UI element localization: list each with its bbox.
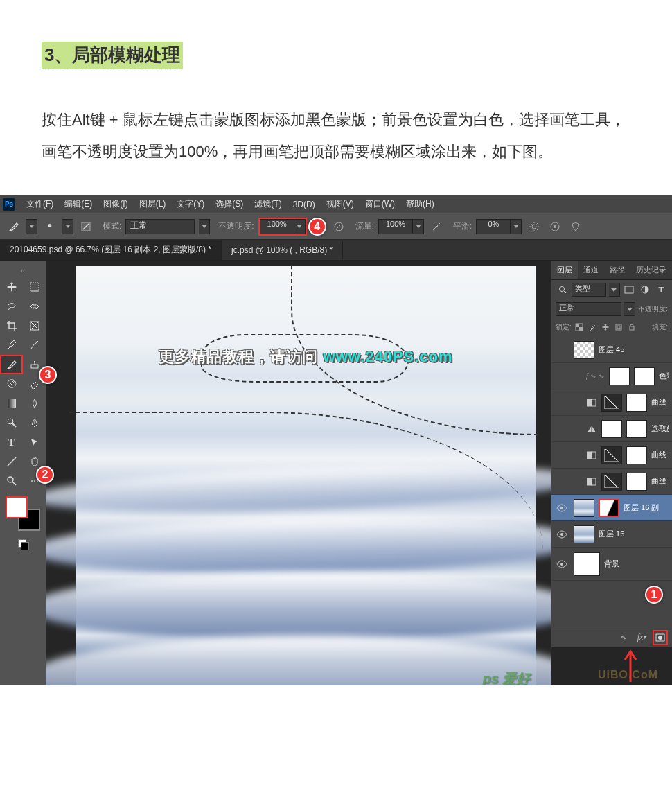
menu-window[interactable]: 窗口(W) [360,198,400,210]
layer-thumbnail[interactable] [601,394,622,412]
visibility-toggle-icon[interactable] [554,474,569,489]
healing-brush-tool-icon[interactable] [23,335,46,355]
frame-tool-icon[interactable] [23,316,46,335]
layer-mask-thumbnail[interactable] [599,499,619,517]
filter-adjustment-icon[interactable] [639,283,652,297]
add-mask-icon[interactable] [653,630,668,645]
pressure-opacity-icon[interactable] [330,218,347,235]
layer-row[interactable]: 图层 16 [551,521,672,548]
filter-type-select[interactable]: 类型 [572,283,606,297]
menu-filter[interactable]: 滤镜(T) [249,198,287,210]
dodge-tool-icon[interactable] [0,413,23,432]
canvas-area[interactable]: 更多精品教程，请访问 www.240PS.com ps 爱好 [46,261,551,685]
link-layers-icon[interactable] [617,631,630,644]
lasso-tool-icon[interactable] [0,297,23,316]
layer-row[interactable]: 选取颜色 [551,416,672,442]
lock-position-icon[interactable] [600,322,611,333]
default-colors-icon[interactable] [18,539,28,549]
lock-all-icon[interactable] [626,322,637,333]
airbrush-icon[interactable] [428,218,445,235]
menu-select[interactable]: 选择(S) [210,198,249,210]
layer-thumbnail[interactable] [574,552,600,576]
layer-row[interactable]: 背景 [551,548,672,581]
layer-mask-thumbnail[interactable] [626,473,647,491]
brush-tool-icon[interactable] [0,355,23,374]
visibility-toggle-icon[interactable] [554,557,569,572]
menu-image[interactable]: 图像(I) [98,198,133,210]
lock-transparent-icon[interactable] [574,322,585,333]
layer-thumbnail[interactable] [609,367,630,385]
opacity-input[interactable]: 100% [260,219,294,234]
layer-name-label[interactable]: 背景 [604,559,669,569]
eyedropper-tool-icon[interactable] [0,335,23,355]
search-icon[interactable] [556,283,569,297]
history-brush-tool-icon[interactable] [0,374,23,394]
layer-name-label[interactable]: 曲线 5 [651,450,669,460]
flow-input-group[interactable]: 100% [378,219,424,234]
layer-thumbnail[interactable] [601,473,622,491]
move-tool-icon[interactable] [0,277,23,297]
symmetry-icon[interactable] [567,218,584,235]
menu-edit[interactable]: 编辑(E) [59,198,98,210]
document-tab-2[interactable]: jc.psd @ 100% ( , RGB/8) * [222,241,343,259]
visibility-toggle-icon[interactable] [554,500,569,516]
flow-input[interactable]: 100% [378,219,413,234]
pressure-size-icon[interactable] [547,218,563,235]
filter-image-icon[interactable] [623,283,636,297]
layer-thumbnail[interactable] [601,446,622,464]
menu-file[interactable]: 文件(F) [21,198,59,210]
tab-history[interactable]: 历史记录 [630,261,672,279]
brush-preview-icon[interactable]: • [42,218,58,235]
path-select-tool-icon[interactable] [23,432,46,452]
layer-row[interactable]: f 色彩平 [551,363,672,389]
blur-tool-icon[interactable] [23,394,46,413]
visibility-toggle-icon[interactable] [554,395,569,410]
layer-mask-thumbnail[interactable] [634,367,655,385]
brush-tool-icon[interactable] [6,218,22,235]
layer-row[interactable]: 图层 16 副 [551,495,672,521]
layer-name-label[interactable]: 图层 45 [599,344,669,355]
menu-layer[interactable]: 图层(L) [134,198,172,210]
zoom-tool-icon[interactable] [0,471,23,491]
smooth-input-group[interactable]: 0% [476,219,522,234]
flow-dropdown[interactable] [413,219,424,234]
foreground-color-swatch[interactable] [6,496,28,518]
visibility-toggle-icon[interactable] [554,448,569,463]
opacity-input-group[interactable]: 100% [258,218,307,236]
smooth-dropdown[interactable] [511,219,522,234]
layer-thumbnail[interactable] [574,341,594,359]
smooth-input[interactable]: 0% [476,219,511,234]
pen-tool-icon[interactable] [23,413,46,432]
layer-thumbnail[interactable] [574,525,594,543]
tab-paths[interactable]: 路径 [604,261,630,279]
opacity-dropdown[interactable] [294,219,306,234]
layer-row[interactable]: 曲线 4 [551,469,672,495]
tab-channels[interactable]: 通道 [578,261,604,279]
layer-mask-thumbnail[interactable] [626,394,647,412]
layer-name-label[interactable]: 色彩平 [659,371,669,381]
layer-row[interactable]: 曲线 5 [551,442,672,469]
layer-name-label[interactable]: 选取颜色 [651,423,669,434]
tab-layers[interactable]: 图层 [551,261,578,279]
menu-3d[interactable]: 3D(D) [288,200,321,209]
layer-row[interactable]: 曲线 6 [551,389,672,416]
blend-mode-select[interactable]: 正常 [125,219,195,234]
lock-pixels-icon[interactable] [587,322,598,333]
visibility-toggle-icon[interactable] [554,421,569,437]
visibility-toggle-icon[interactable] [554,527,569,542]
layer-name-label[interactable]: 图层 16 副 [624,502,669,513]
brush-panel-icon[interactable] [78,218,94,235]
blend-dropdown[interactable] [624,302,635,316]
brush-preset-dropdown[interactable] [62,219,73,234]
mode-dropdown[interactable] [199,219,210,234]
layer-name-label[interactable]: 曲线 6 [651,397,669,408]
filter-type-dropdown[interactable] [609,283,619,297]
layer-row[interactable]: 图层 45 [551,337,672,363]
document-tab-1[interactable]: 20104659.psd @ 66.7% (图层 16 副本 2, 图层蒙版/8… [0,240,222,260]
toolbar-collapse-icon[interactable]: ‹‹ [0,266,46,274]
layer-thumbnail[interactable] [601,420,622,438]
layer-name-label[interactable]: 图层 16 [599,529,669,539]
layer-name-label[interactable]: 曲线 4 [651,476,669,487]
text-tool-icon[interactable]: T [0,432,23,452]
gradient-tool-icon[interactable] [0,394,23,413]
